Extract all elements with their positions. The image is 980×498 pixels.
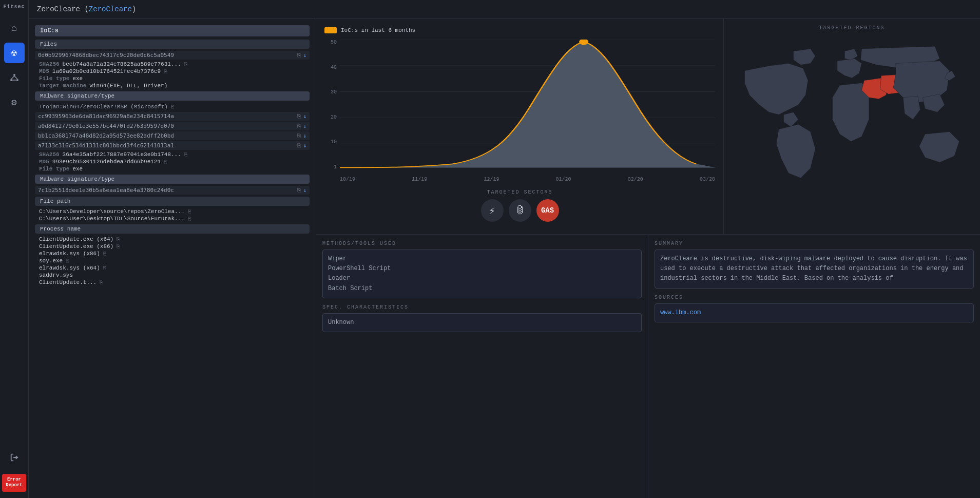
copy-process-2[interactable]: ⎘ xyxy=(117,244,120,250)
sidebar-item-home[interactable]: ⌂ xyxy=(4,18,25,39)
filetype-row-1: File type exe xyxy=(35,75,310,82)
hash-row-6: 7c1b25518dee1e30b5a6eaa1ea8e4a3780c24d0c… xyxy=(35,186,310,195)
spec-char-value: Unknown xyxy=(328,319,354,326)
spec-char-label: SPEC. CHARACTERISTICS xyxy=(322,304,642,310)
oil-sector-icon: 🛢 xyxy=(509,199,531,222)
process-row-7: ClientUpdate.t... ⎘ xyxy=(35,279,310,286)
sidebar: Fitsec ⌂ ☢ ⚙ Error Report xyxy=(0,0,29,498)
sidebar-item-threat[interactable]: ☢ xyxy=(4,43,25,63)
right-panel: IoC:s in last 6 months 50 40 30 20 10 xyxy=(316,19,980,498)
electricity-sector-icon: ⚡ xyxy=(481,199,504,222)
sources-label: SOURCES xyxy=(655,295,974,300)
md5-row-5: MD5 993e9cb95301126debdea7dd66b9e121 ⎘ xyxy=(35,158,310,165)
summary-label: SUMMARY xyxy=(655,241,974,246)
sector-icons-list: ⚡ 🛢 GAS xyxy=(324,199,715,222)
page-title-prefix: ZeroCleare ( xyxy=(37,5,89,13)
process-row-6: saddrv.sys xyxy=(35,272,310,279)
brand-label: Fitsec xyxy=(3,4,25,10)
expand-icon-3[interactable]: ↓ xyxy=(303,123,306,129)
legend-color-ioc xyxy=(324,27,337,33)
copy-icon-6[interactable]: ⎘ xyxy=(297,187,301,194)
expand-icon-5[interactable]: ↓ xyxy=(303,142,306,149)
chart-container: 50 40 30 20 10 1 xyxy=(324,40,715,185)
sig-value-1: Trojan:Win64/ZeroClear!MSR (Microsoft) ⎘ xyxy=(35,103,310,111)
copy-icon-2[interactable]: ⎘ xyxy=(297,113,301,120)
hash-value-1: 0d0b9299674868dbec74317c9c20de0c6c5a0549 xyxy=(38,52,294,59)
process-row-4: soy.exe ⎘ xyxy=(35,257,310,264)
files-subsection-header: Files xyxy=(35,40,310,49)
hash-value-2: cc99395963de6da81dac96929a8e234c8415714a xyxy=(38,113,294,120)
sidebar-item-settings[interactable]: ⚙ xyxy=(4,92,25,112)
process-row-3: elrawdsk.sys (x86) ⎘ xyxy=(35,250,310,257)
spec-char-box: Unknown xyxy=(322,313,642,332)
top-bar: ZeroCleare (ZeroCleare) xyxy=(29,0,980,19)
targeted-sectors: TARGETED SECTORS ⚡ 🛢 GAS xyxy=(324,185,715,226)
error-report-button[interactable]: Error Report xyxy=(2,474,26,492)
copy-icon-1[interactable]: ⎘ xyxy=(297,52,301,59)
hash-value-4: bb1ca3681747a48d82d2a95d573ee82adff2b0bd xyxy=(38,132,294,139)
sectors-label: TARGETED SECTORS xyxy=(324,189,715,195)
main-content: ZeroCleare (ZeroCleare) IoC:s Files 0d0b… xyxy=(29,0,980,498)
chart-x-axis: 10/19 11/19 12/19 01/20 02/20 03/20 xyxy=(340,173,715,185)
filepath-subsection-header: File path xyxy=(35,197,310,206)
targetmachine-row-1: Target machine Win64(EXE, DLL, Driver) xyxy=(35,82,310,89)
sources-link[interactable]: www.ibm.com xyxy=(660,309,701,316)
copy-icon-3[interactable]: ⎘ xyxy=(297,123,301,129)
methods-col: METHODS/TOOLS USED Wiper PowerShell Scri… xyxy=(316,235,648,498)
filepath-row-1: C:\Users\Developer\source\repos\ZeroClea… xyxy=(35,208,310,215)
process-row-2: ClientUpdate.exe (x86) ⎘ xyxy=(35,243,310,250)
md5-row-1: MD5 1a69a02b0cd10b1764521fec4b7376c9 ⎘ xyxy=(35,68,310,75)
copy-md5-1[interactable]: ⎘ xyxy=(164,69,167,74)
chart-section: IoC:s in last 6 months 50 40 30 20 10 xyxy=(316,19,723,234)
copy-process-7[interactable]: ⎘ xyxy=(100,280,103,285)
chart-legend: IoC:s in last 6 months xyxy=(324,27,715,33)
bottom-right-area: METHODS/TOOLS USED Wiper PowerShell Scri… xyxy=(316,235,980,498)
copy-sha256-1[interactable]: ⎘ xyxy=(184,62,187,67)
expand-icon-6[interactable]: ↓ xyxy=(303,187,306,194)
summary-box: ZeroCleare is destructive, disk-wiping m… xyxy=(655,250,974,289)
svg-line-4 xyxy=(14,76,17,79)
filetype-row-5: File type exe xyxy=(35,165,310,173)
copy-process-1[interactable]: ⎘ xyxy=(117,237,120,242)
ioc-panel: IoC:s Files 0d0b9299674868dbec74317c9c20… xyxy=(29,19,316,498)
copy-icon-5[interactable]: ⎘ xyxy=(297,142,301,149)
tool-item-3: Loader xyxy=(328,274,636,283)
hash-row-2: cc99395963de6da81dac96929a8e234c8415714a… xyxy=(35,112,310,121)
world-map-svg xyxy=(730,35,974,199)
copy-icon-4[interactable]: ⎘ xyxy=(297,132,301,139)
copy-process-3[interactable]: ⎘ xyxy=(103,251,106,257)
copy-sig-1[interactable]: ⎘ xyxy=(171,104,174,110)
copy-process-4[interactable]: ⎘ xyxy=(66,258,69,264)
copy-md5-5[interactable]: ⎘ xyxy=(164,159,167,165)
sources-box: www.ibm.com xyxy=(655,303,974,322)
process-row-5: elrawdsk.sys (x64) ⎘ xyxy=(35,264,310,272)
expand-icon-4[interactable]: ↓ xyxy=(303,132,306,139)
sha256-row-5: SHA256 36a4e35abf2217887e97041e3e0b1748.… xyxy=(35,151,310,158)
hash-row-4: bb1ca3681747a48d82d2a95d573ee82adff2b0bd… xyxy=(35,131,310,140)
copy-filepath-1[interactable]: ⎘ xyxy=(188,209,191,215)
map-section: TARGETED REGIONS xyxy=(723,19,980,234)
ioc-section-header: IoC:s xyxy=(35,25,310,36)
chart-plot-area xyxy=(340,40,715,170)
copy-sha256-5[interactable]: ⎘ xyxy=(184,152,187,158)
expand-icon-1[interactable]: ↓ xyxy=(303,52,306,59)
sha256-row-1: SHA256 becb74a8a71a324c78625aa589e77631.… xyxy=(35,61,310,68)
gas-sector-icon: GAS xyxy=(536,199,559,222)
hash-row-1: 0d0b9299674868dbec74317c9c20de0c6c5a0549… xyxy=(35,51,310,60)
tool-item-1: Wiper xyxy=(328,254,636,264)
process-subsection-header: Process name xyxy=(35,224,310,234)
copy-process-5[interactable]: ⎘ xyxy=(103,265,106,271)
chart-legend-label: IoC:s in last 6 months xyxy=(341,27,415,33)
expand-icon-2[interactable]: ↓ xyxy=(303,113,306,120)
copy-filepath-2[interactable]: ⎘ xyxy=(188,216,191,222)
sidebar-item-network[interactable] xyxy=(4,67,25,88)
chart-svg xyxy=(340,40,715,170)
hash-value-5: a7133c316c534d1331c801bbcd3f4c62141013a1 xyxy=(38,142,294,149)
sidebar-item-logout[interactable] xyxy=(4,447,25,468)
page-title-link[interactable]: ZeroCleare xyxy=(89,5,132,13)
map-title: TARGETED REGIONS xyxy=(730,25,974,31)
top-right-area: IoC:s in last 6 months 50 40 30 20 10 xyxy=(316,19,980,235)
content-area: IoC:s Files 0d0b9299674868dbec74317c9c20… xyxy=(29,19,980,498)
tool-item-4: Batch Script xyxy=(328,284,636,294)
summary-col: SUMMARY ZeroCleare is destructive, disk-… xyxy=(648,235,980,498)
